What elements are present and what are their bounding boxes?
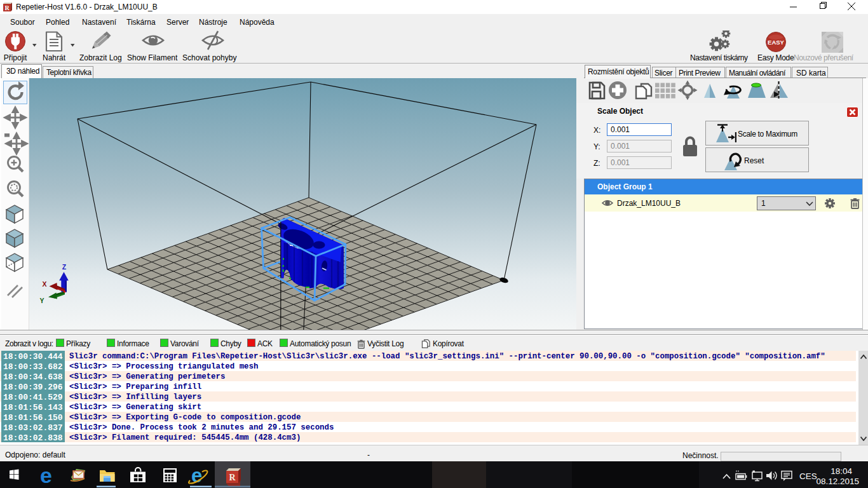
svg-text:EASY: EASY <box>768 39 785 46</box>
svg-text:X: X <box>42 280 46 288</box>
svg-text:e: e <box>40 463 52 487</box>
svg-text:R: R <box>229 473 236 482</box>
svg-text:18:04: 18:04 <box>831 466 852 476</box>
svg-text:R: R <box>4 4 10 11</box>
svg-text:Y: Y <box>39 297 44 304</box>
svg-text:Z: Z <box>62 263 67 271</box>
svg-text:08.12.2015: 08.12.2015 <box>816 477 859 486</box>
svg-text:CES: CES <box>799 471 817 481</box>
